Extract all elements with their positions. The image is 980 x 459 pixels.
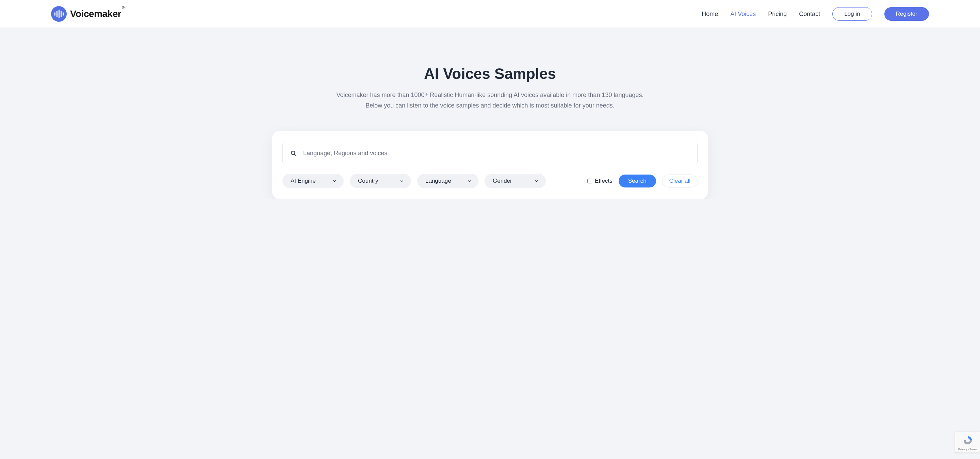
main-nav: Home AI Voices Pricing Contact Log in Re… [702, 7, 929, 21]
page-title: AI Voices Samples [0, 65, 980, 83]
filters-actions: Effects Search Clear all [587, 175, 698, 187]
brand-name: Voicemaker [70, 8, 121, 19]
registered-mark: ® [122, 5, 124, 10]
search-card: AI Engine Country Language Gender [272, 131, 708, 199]
ai-engine-dropdown[interactable]: AI Engine [282, 174, 344, 188]
brand-logo[interactable]: Voicemaker ® [51, 6, 121, 22]
search-input[interactable] [303, 150, 690, 157]
hero-description-line2: Below you can listen to the voice sample… [334, 100, 646, 111]
effects-label: Effects [595, 178, 612, 184]
clear-all-button[interactable]: Clear all [662, 175, 698, 187]
ai-engine-label: AI Engine [291, 178, 316, 184]
nav-contact[interactable]: Contact [799, 11, 820, 18]
search-input-container [282, 142, 698, 164]
effects-checkbox[interactable] [587, 179, 592, 183]
gender-dropdown[interactable]: Gender [485, 174, 546, 188]
register-button[interactable]: Register [885, 7, 929, 21]
language-dropdown[interactable]: Language [417, 174, 479, 188]
chevron-down-icon [332, 179, 337, 183]
svg-line-1 [294, 154, 295, 156]
language-label: Language [425, 178, 451, 184]
waveform-icon [51, 6, 67, 22]
hero-description-line1: Voicemaker has more than 1000+ Realistic… [334, 90, 646, 100]
nav-home[interactable]: Home [702, 11, 718, 18]
country-dropdown[interactable]: Country [350, 174, 411, 188]
search-icon [290, 150, 296, 156]
country-label: Country [358, 178, 379, 184]
nav-ai-voices[interactable]: AI Voices [730, 11, 756, 18]
nav-pricing[interactable]: Pricing [768, 11, 787, 18]
login-button[interactable]: Log in [832, 7, 872, 21]
gender-label: Gender [493, 178, 512, 184]
filters-row: AI Engine Country Language Gender [282, 174, 698, 188]
chevron-down-icon [399, 179, 404, 183]
chevron-down-icon [467, 179, 472, 183]
main-header: Voicemaker ® Home AI Voices Pricing Cont… [0, 0, 980, 28]
search-button[interactable]: Search [619, 175, 656, 187]
chevron-down-icon [534, 179, 539, 183]
hero-section: AI Voices Samples Voicemaker has more th… [0, 28, 980, 199]
effects-checkbox-wrap[interactable]: Effects [587, 178, 612, 184]
